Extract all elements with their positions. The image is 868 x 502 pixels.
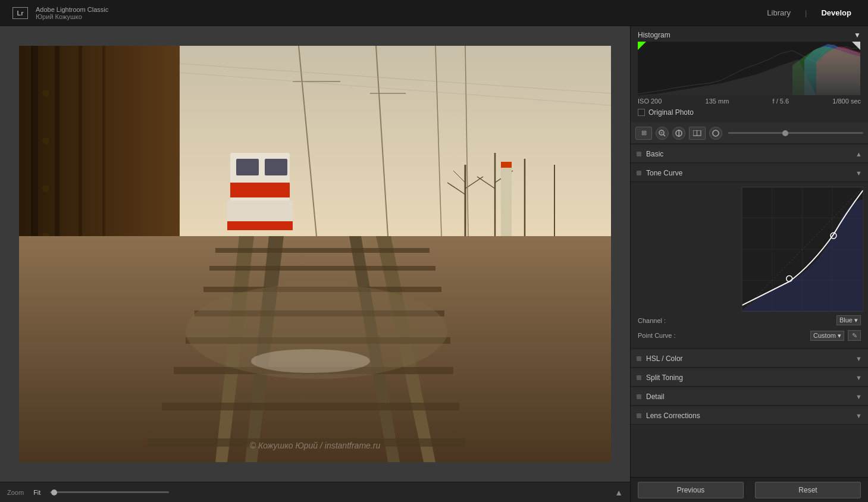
split-toning-section[interactable]: Split Toning ▼ <box>631 369 868 387</box>
detail-label: Detail <box>646 393 665 401</box>
lr-logo-box: Lr <box>12 7 28 19</box>
hsl-color-section[interactable]: HSL / Color ▼ <box>631 350 868 368</box>
detail-arrow: ▼ <box>856 393 862 400</box>
lens-corrections-section[interactable]: Lens Corrections ▼ <box>631 407 868 425</box>
basic-section-label: Basic <box>646 150 663 158</box>
histogram-canvas <box>638 42 860 95</box>
main-content: ◄ <box>0 26 868 502</box>
zoom-value[interactable]: Fit <box>33 489 40 496</box>
zoom-label: Zoom <box>7 489 24 496</box>
tone-curve-section-left: Tone Curve <box>637 169 682 177</box>
svg-point-9 <box>42 185 49 192</box>
view-brightness-slider[interactable] <box>728 132 863 134</box>
hsl-label: HSL / Color <box>646 354 683 363</box>
app-name: Adobe Lightroom Classic <box>36 6 108 13</box>
bottom-action-bar: Previous Reset <box>631 477 868 502</box>
app-branding: Lr Adobe Lightroom Classic Юрий Кожушко <box>12 5 108 21</box>
svg-rect-21 <box>209 266 435 271</box>
tone-curve-section-header[interactable]: Tone Curve ▼ <box>631 164 868 182</box>
split-toning-dot <box>637 375 641 380</box>
histogram-meta: ISO 200 135 mm f / 5.6 1/800 sec <box>631 95 868 107</box>
edit-point-curve-btn[interactable]: ✎ <box>848 330 861 341</box>
zoom-compare-icon <box>712 130 719 137</box>
tone-curve-label: Tone Curve <box>646 169 682 177</box>
histogram-collapse-icon[interactable]: ▼ <box>854 31 861 39</box>
zoom-slider[interactable] <box>50 491 169 493</box>
hsl-section-left: HSL / Color <box>637 354 683 363</box>
detail-section[interactable]: Detail ▼ <box>631 388 868 406</box>
view-controls: ⊞ <box>631 123 868 144</box>
grid-icon: ⊞ <box>641 129 647 137</box>
focal-value: 135 mm <box>706 98 729 105</box>
svg-rect-31 <box>236 159 259 175</box>
svg-point-77 <box>786 276 792 282</box>
histogram-title: Histogram <box>638 31 670 39</box>
histogram-header: Histogram ▼ <box>631 31 868 42</box>
image-container: © Кожушко Юрий / instantframe.ru <box>0 26 630 482</box>
tone-curve-graph[interactable] <box>741 187 863 312</box>
zoom-slider-container <box>50 491 169 493</box>
loupe-view-btn[interactable] <box>656 127 669 140</box>
shutter-value: 1/800 sec <box>832 98 861 105</box>
tone-curve-svg <box>742 187 863 311</box>
svg-point-54 <box>251 349 370 373</box>
original-photo-row: Original Photo <box>631 107 868 120</box>
basic-section-header[interactable]: Basic ▲ <box>631 145 868 163</box>
previous-label: Previous <box>677 486 705 494</box>
lens-corrections-arrow: ▼ <box>856 412 862 419</box>
nav-library[interactable]: Library <box>762 6 795 20</box>
app-info: Adobe Lightroom Classic Юрий Кожушко <box>36 6 108 20</box>
tone-curve-content: Channel : Blue ▾ Point Curve : Custom ▾ … <box>631 182 868 349</box>
photo-frame: © Кожушко Юрий / instantframe.ru <box>19 46 611 462</box>
top-bar: Lr Adobe Lightroom Classic Юрий Кожушко … <box>0 0 868 26</box>
original-photo-checkbox[interactable] <box>638 109 645 116</box>
detail-left: Detail <box>637 393 665 401</box>
view-brightness-thumb <box>782 130 788 136</box>
svg-marker-59 <box>638 42 646 50</box>
split-toning-arrow: ▼ <box>856 374 862 381</box>
nav-develop[interactable]: Develop <box>816 6 856 20</box>
filmstrip-expand-icon[interactable]: ▲ <box>615 488 623 497</box>
image-area: ◄ <box>0 26 630 502</box>
iso-value: ISO 200 <box>638 98 662 105</box>
lens-corrections-left: Lens Corrections <box>637 412 700 420</box>
panel-sections: Basic ▲ Tone Curve ▼ <box>631 144 868 477</box>
channel-row: Channel : Blue ▾ <box>635 312 863 328</box>
svg-line-62 <box>663 134 665 136</box>
compare-view-btn[interactable] <box>672 127 685 140</box>
histogram-section: Histogram ▼ <box>631 26 868 123</box>
original-photo-label: Original Photo <box>648 108 694 117</box>
split-toning-label: Split Toning <box>646 374 683 382</box>
svg-point-7 <box>42 90 49 97</box>
zoom-slider-thumb <box>51 490 57 495</box>
pencil-icon: ✎ <box>852 332 857 340</box>
svg-rect-32 <box>265 159 287 175</box>
image-bottom-bar: Zoom Fit ▲ <box>0 482 630 502</box>
grid-view-btn[interactable]: ⊞ <box>635 127 652 140</box>
reset-button[interactable]: Reset <box>755 482 861 498</box>
basic-section-arrow: ▲ <box>856 150 862 158</box>
point-curve-row: Point Curve : Custom ▾ ✎ <box>635 328 863 343</box>
lens-corrections-label: Lens Corrections <box>646 412 700 420</box>
photo-scene <box>19 46 611 462</box>
top-nav: Library | Develop <box>762 6 856 20</box>
svg-rect-52 <box>501 165 512 236</box>
survey-icon <box>693 130 701 136</box>
svg-point-68 <box>713 130 719 136</box>
previous-button[interactable]: Previous <box>638 482 744 498</box>
loupe-icon <box>659 130 666 137</box>
point-curve-select[interactable]: Custom ▾ <box>810 331 844 341</box>
hsl-arrow: ▼ <box>856 355 862 362</box>
channel-select[interactable]: Blue ▾ <box>836 315 861 325</box>
aperture-value: f / 5.6 <box>773 98 789 105</box>
tone-curve-arrow: ▼ <box>856 170 862 177</box>
point-curve-value: Custom <box>813 332 836 339</box>
svg-point-63 <box>660 131 663 134</box>
user-name: Юрий Кожушко <box>36 13 108 20</box>
survey-view-btn[interactable] <box>689 127 706 140</box>
lr-logo-text: Lr <box>17 10 24 17</box>
zoom-compare-btn[interactable] <box>709 127 722 140</box>
watermark: © Кожушко Юрий / instantframe.ru <box>250 441 380 450</box>
basic-section-left: Basic <box>637 150 663 158</box>
right-panel: Histogram ▼ <box>630 26 868 502</box>
